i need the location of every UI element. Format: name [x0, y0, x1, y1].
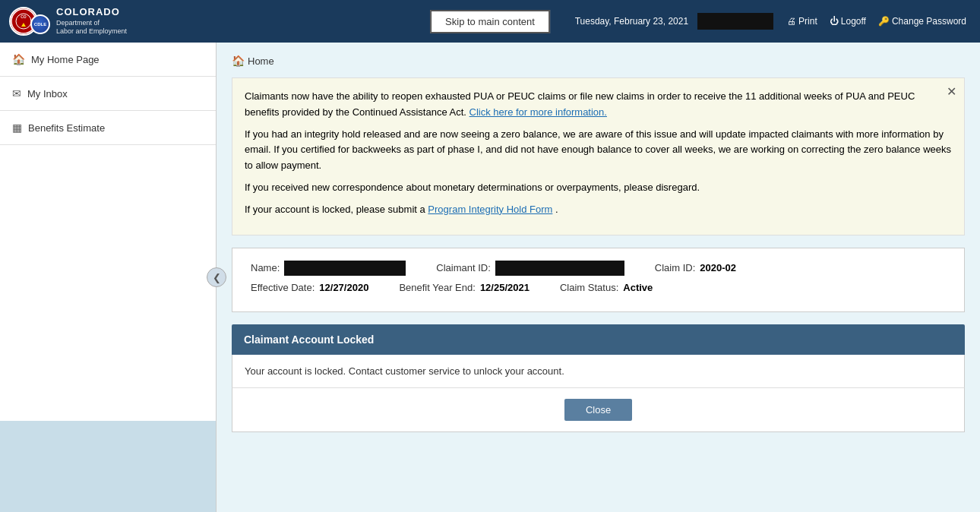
info-row-1: Name: Claimant ID: Claim ID: 2020-02: [251, 261, 946, 276]
layout: 🏠 My Home Page ✉ My Inbox ▦ Benefits Est…: [0, 43, 980, 512]
name-field: Name:: [251, 261, 406, 276]
breadcrumb-home-icon: 🏠: [232, 55, 245, 67]
close-button[interactable]: Close: [564, 399, 632, 421]
notice-box: ✕ Claimants now have the ability to reop…: [232, 77, 965, 235]
logoff-button[interactable]: ⏻ Logoff: [825, 13, 871, 30]
benefit-year-end-field: Benefit Year End: 12/25/2021: [399, 282, 530, 293]
claim-status-label: Claim Status:: [560, 282, 618, 293]
benefit-year-end-label: Benefit Year End:: [399, 282, 475, 293]
home-icon: 🏠: [12, 53, 25, 65]
effective-date-field: Effective Date: 12/27/2020: [251, 282, 368, 293]
logo: CO CDLE COLORADO Department of Labor and…: [9, 6, 127, 36]
claim-status-field: Claim Status: Active: [560, 282, 653, 293]
logoff-icon: ⏻: [830, 16, 839, 27]
locked-body: Your account is locked. Contact customer…: [232, 355, 965, 388]
claim-id-field: Claim ID: 2020-02: [655, 262, 736, 273]
print-icon: 🖨: [787, 16, 796, 27]
benefits-icon: ▦: [12, 122, 22, 134]
notice-paragraph-4: If your account is locked, please submit…: [245, 202, 952, 218]
claimant-id-label: Claimant ID:: [436, 262, 491, 273]
change-password-button[interactable]: 🔑 Change Password: [874, 13, 971, 30]
sidebar: 🏠 My Home Page ✉ My Inbox ▦ Benefits Est…: [0, 43, 217, 512]
breadcrumb-home-label: Home: [248, 55, 274, 67]
effective-date-label: Effective Date:: [251, 282, 315, 293]
notice-close-button[interactable]: ✕: [947, 84, 956, 99]
breadcrumb: 🏠 Home: [232, 55, 965, 67]
sidebar-bottom-decoration: [0, 421, 216, 512]
notice-paragraph-2: If you had an integrity hold released an…: [245, 127, 952, 174]
sidebar-collapse-button[interactable]: ❮: [207, 267, 226, 287]
benefit-year-end-value: 12/25/2021: [480, 282, 530, 293]
info-row-2: Effective Date: 12/27/2020 Benefit Year …: [251, 282, 946, 293]
svg-text:CO: CO: [21, 14, 27, 19]
header-user-redacted: [697, 13, 773, 30]
header: CO CDLE COLORADO Department of Labor and…: [0, 0, 980, 43]
claim-id-value: 2020-02: [700, 262, 736, 273]
name-redacted: [284, 261, 406, 276]
locked-footer: Close: [232, 388, 965, 432]
sidebar-item-home[interactable]: 🏠 My Home Page: [0, 43, 216, 77]
name-label: Name:: [251, 262, 280, 273]
main-content: 🏠 Home ✕ Claimants now have the ability …: [217, 43, 980, 512]
sidebar-item-benefits[interactable]: ▦ Benefits Estimate: [0, 111, 216, 145]
logo-text: COLORADO Department of Labor and Employm…: [56, 6, 127, 36]
locked-section: Claimant Account Locked Your account is …: [232, 324, 965, 432]
logo-seal-blue: CDLE: [30, 14, 50, 34]
inbox-icon: ✉: [12, 87, 21, 100]
claimant-id-redacted: [495, 261, 624, 276]
locked-header: Claimant Account Locked: [232, 324, 965, 355]
program-integrity-hold-link[interactable]: Program Integrity Hold Form: [428, 204, 552, 215]
notice-paragraph-1: Claimants now have the ability to reopen…: [245, 89, 952, 121]
claim-id-label: Claim ID:: [655, 262, 695, 273]
sidebar-item-inbox[interactable]: ✉ My Inbox: [0, 77, 216, 111]
claimant-info-card: Name: Claimant ID: Claim ID: 2020-02 Eff…: [232, 248, 965, 312]
claim-status-value: Active: [623, 282, 653, 293]
chevron-left-icon: ❮: [213, 272, 221, 283]
claimant-id-field: Claimant ID:: [436, 261, 624, 276]
key-icon: 🔑: [878, 16, 890, 27]
header-date: Tuesday, February 23, 2021: [575, 16, 688, 27]
print-button[interactable]: 🖨 Print: [782, 13, 822, 30]
skip-to-main-button[interactable]: Skip to main content: [430, 10, 550, 33]
notice-link-1[interactable]: Click here for more information.: [469, 106, 607, 118]
header-right: Tuesday, February 23, 2021 🖨 Print ⏻ Log…: [575, 13, 971, 30]
effective-date-value: 12/27/2020: [319, 282, 368, 293]
notice-paragraph-3: If you received new correspondence about…: [245, 180, 952, 196]
